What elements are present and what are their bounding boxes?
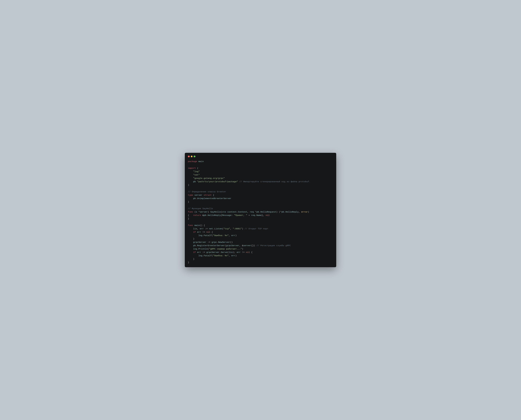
nil-3: nil bbox=[246, 251, 250, 254]
code-block: package main import ( "log" "net" "googl… bbox=[188, 160, 333, 264]
window-zoom-icon[interactable] bbox=[194, 156, 196, 158]
code-window: package main import ( "log" "net" "googl… bbox=[185, 153, 336, 267]
comment-register: // Регистрация службы gRPC bbox=[257, 244, 291, 247]
kw-import: import bbox=[188, 167, 196, 170]
kw-return: return bbox=[193, 214, 201, 217]
brace-open: { bbox=[213, 194, 214, 196]
window-close-icon[interactable] bbox=[188, 156, 190, 158]
type-server: server bbox=[195, 194, 202, 196]
kw-package: package bbox=[188, 160, 197, 163]
field-pb: pb bbox=[193, 197, 196, 200]
type-error: error bbox=[301, 211, 308, 213]
kw-struct: struct bbox=[204, 194, 211, 196]
kw-func-main: func bbox=[188, 224, 193, 227]
dot: . bbox=[196, 197, 197, 200]
paren-close: ) bbox=[188, 184, 189, 186]
method-sayhello: SayHello bbox=[210, 211, 221, 213]
comment-sayhello: // Функция SayHello bbox=[188, 207, 213, 210]
field-unimpl: UnimplementedGreeterServer bbox=[197, 197, 231, 200]
import-alias-pb: pb bbox=[193, 180, 196, 183]
import-net: "net" bbox=[193, 174, 200, 176]
kw-type: type bbox=[188, 194, 193, 196]
nil-2: nil bbox=[206, 231, 210, 233]
comment-greeter: // Определение класса Greeter bbox=[188, 190, 226, 193]
import-log: "log" bbox=[193, 170, 200, 173]
paren-open: ( bbox=[197, 167, 198, 170]
nil-1: nil bbox=[266, 214, 270, 217]
comment-import: // Импортируйте сгенерированный код из ф… bbox=[239, 180, 310, 183]
kw-func-1: func bbox=[188, 211, 193, 213]
ident-main: main bbox=[198, 160, 204, 163]
window-minimize-icon[interactable] bbox=[191, 156, 193, 158]
kw-if-1: if bbox=[193, 231, 196, 233]
import-pbpath: "path/to/your/protobuf/package" bbox=[197, 180, 238, 183]
comment-tcp: // Открыт TCP порт bbox=[244, 227, 268, 230]
traffic-lights bbox=[188, 155, 333, 160]
func-main: main bbox=[195, 224, 200, 227]
brace-close: } bbox=[188, 201, 189, 203]
import-grpc: "google.golang.org/grpc" bbox=[193, 177, 225, 180]
kw-if-2: if bbox=[193, 251, 196, 254]
